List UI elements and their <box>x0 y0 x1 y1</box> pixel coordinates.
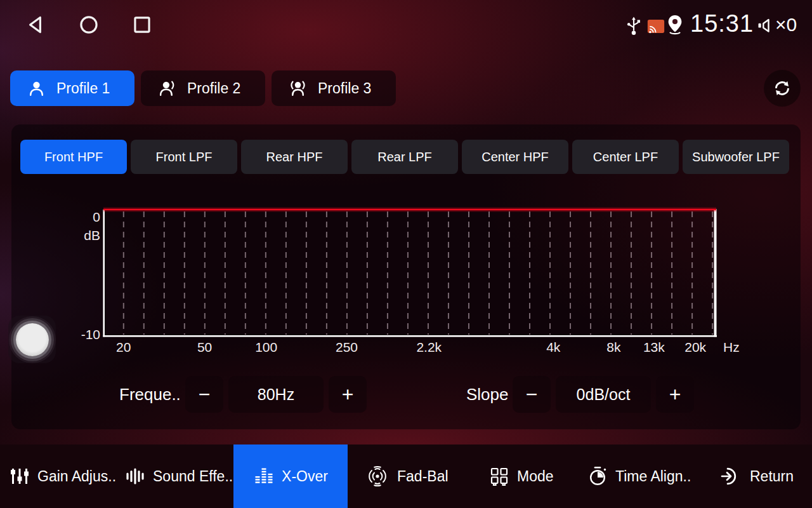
cast-icon <box>647 19 665 34</box>
nav-label: Mode <box>517 468 554 485</box>
nav-fad-bal[interactable]: Fad-Bal <box>365 444 449 508</box>
slope-minus-button[interactable]: − <box>513 376 551 413</box>
tab-center-lpf[interactable]: Center LPF <box>572 140 679 174</box>
nav-label: Fad-Bal <box>397 468 449 485</box>
nav-label: Time Align.. <box>615 468 691 485</box>
slope-label: Slope <box>466 376 509 413</box>
tab-label: Front LPF <box>156 150 213 164</box>
frequency-label: Freque.. <box>119 376 181 413</box>
nav-label: X-Over <box>282 468 328 485</box>
nav-mode[interactable]: Mode <box>488 444 554 508</box>
status-bar: 15:31 ×0 <box>0 0 812 51</box>
svg-text:4k: 4k <box>546 340 561 354</box>
profile-1-tab[interactable]: Profile 1 <box>10 70 134 106</box>
tab-label: Rear LPF <box>377 150 432 164</box>
person-icon <box>27 79 46 98</box>
back-icon <box>23 12 48 37</box>
svg-text:250: 250 <box>336 340 358 354</box>
tab-label: Center LPF <box>593 150 658 164</box>
crossover-eq-icon <box>253 465 275 487</box>
return-arrow-icon <box>720 465 743 488</box>
nav-label: Gain Adjus.. <box>37 468 116 485</box>
svg-text:-10: -10 <box>81 327 100 342</box>
frequency-response-chart[interactable]: 0-10dB20501002502.2k4k8k13k20kHz <box>70 202 749 361</box>
tab-rear-hpf[interactable]: Rear HPF <box>241 140 348 174</box>
sync-icon <box>771 77 794 100</box>
android-home-button[interactable] <box>76 12 102 37</box>
profile-2-label: Profile 2 <box>187 80 240 97</box>
svg-text:50: 50 <box>197 340 212 354</box>
tab-front-hpf[interactable]: Front HPF <box>20 140 127 174</box>
sound-waveform-icon <box>124 465 146 487</box>
svg-text:2.2k: 2.2k <box>416 340 442 354</box>
volume-level: ×0 <box>775 14 797 36</box>
svg-text:100: 100 <box>255 340 277 354</box>
nav-sound-effects[interactable]: Sound Effe.. <box>124 444 233 508</box>
svg-text:0: 0 <box>93 210 100 224</box>
profile-3-tab[interactable]: Profile 3 <box>272 70 396 106</box>
frequency-value: 80Hz <box>228 376 324 413</box>
bottom-nav-bar: Gain Adjus.. Sound Effe.. X-Over <box>0 444 812 508</box>
location-icon <box>666 14 684 35</box>
tab-center-hpf[interactable]: Center HPF <box>462 140 568 174</box>
frequency-plus-button[interactable]: + <box>329 376 367 413</box>
tab-label: Center HPF <box>481 150 549 164</box>
profile-2-tab[interactable]: Profile 2 <box>141 70 265 106</box>
android-recents-button[interactable] <box>129 12 155 37</box>
profile-3-label: Profile 3 <box>318 80 371 97</box>
frequency-minus-button[interactable]: − <box>185 376 223 413</box>
reset-sync-button[interactable] <box>764 70 801 107</box>
android-back-button[interactable] <box>23 12 48 37</box>
svg-text:dB: dB <box>84 228 100 243</box>
tab-label: Subwoofer LPF <box>692 150 780 164</box>
slope-value: 0dB/oct <box>556 376 651 413</box>
tab-label: Rear HPF <box>266 150 323 164</box>
tab-front-lpf[interactable]: Front LPF <box>131 140 237 174</box>
nav-return[interactable]: Return <box>720 444 794 508</box>
speaker-muted-icon <box>755 16 774 35</box>
mode-grid-icon <box>488 465 510 487</box>
knob-circle <box>16 323 49 356</box>
clock: 15:31 <box>690 10 754 37</box>
home-icon <box>76 12 102 37</box>
tab-subwoofer-lpf[interactable]: Subwoofer LPF <box>683 140 789 174</box>
tab-rear-lpf[interactable]: Rear LPF <box>351 140 458 174</box>
tab-label: Front HPF <box>44 150 103 164</box>
nav-time-align[interactable]: Time Align.. <box>587 444 691 508</box>
stopwatch-icon <box>587 465 608 488</box>
slope-plus-button[interactable]: + <box>656 376 694 413</box>
nav-gain-adjust[interactable]: Gain Adjus.. <box>9 444 116 508</box>
svg-text:20: 20 <box>116 340 131 354</box>
assistive-knob-button[interactable] <box>8 316 56 363</box>
svg-text:8k: 8k <box>606 340 621 354</box>
nav-label: Sound Effe.. <box>153 468 233 485</box>
profile-1-label: Profile 1 <box>56 80 110 97</box>
recents-icon <box>129 12 155 37</box>
person-speaking-icon <box>157 79 177 98</box>
gain-sliders-icon <box>9 465 30 487</box>
svg-text:13k: 13k <box>643 340 665 354</box>
nav-label: Return <box>750 468 794 485</box>
fader-balance-icon <box>365 465 390 488</box>
svg-text:20k: 20k <box>684 340 706 354</box>
nav-xover[interactable]: X-Over <box>233 444 348 508</box>
person-broadcast-icon <box>288 79 308 98</box>
xover-screen: 15:31 ×0 Profile 1 Profile 2 Profi <box>0 0 812 508</box>
svg-text:Hz: Hz <box>723 340 740 354</box>
usb-icon <box>625 15 642 37</box>
